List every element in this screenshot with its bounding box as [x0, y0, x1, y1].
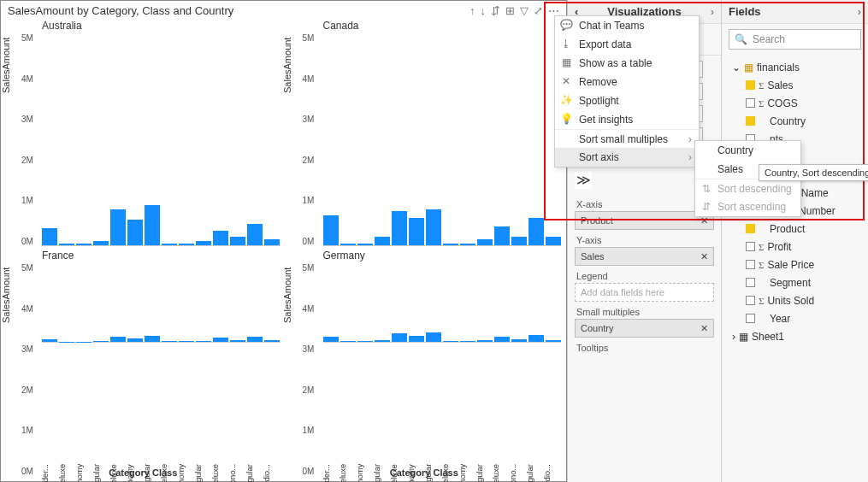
checkbox[interactable]: [746, 314, 755, 323]
bar[interactable]: [196, 241, 211, 245]
bar[interactable]: [528, 218, 544, 245]
bar[interactable]: [76, 244, 92, 245]
checkbox[interactable]: [746, 80, 755, 90]
field-item[interactable]: Σ Sales: [725, 76, 865, 94]
report-canvas[interactable]: SalesAmount by Category, Class and Count…: [0, 0, 567, 482]
checkbox[interactable]: [746, 98, 755, 108]
bar[interactable]: [340, 341, 356, 342]
bar[interactable]: [264, 340, 280, 342]
bar[interactable]: [110, 209, 126, 245]
expand-pane-icon[interactable]: [858, 5, 861, 18]
bar[interactable]: [494, 226, 510, 245]
bar[interactable]: [93, 341, 109, 342]
checkbox[interactable]: [746, 224, 755, 233]
bar[interactable]: [494, 337, 510, 342]
submenu-sort-descending[interactable]: ⇅Sort descending: [695, 179, 800, 197]
field-item[interactable]: Product: [725, 220, 865, 238]
bar[interactable]: [511, 339, 527, 342]
remove-field-icon[interactable]: ✕: [700, 323, 708, 334]
remove-field-icon[interactable]: ✕: [700, 251, 708, 262]
drill-down-icon[interactable]: ↓: [481, 4, 487, 17]
bar[interactable]: [460, 244, 475, 245]
ctx-item[interactable]: ✨Spotlight: [555, 91, 699, 110]
expand-icon[interactable]: ⊞: [505, 4, 515, 17]
bar[interactable]: [213, 231, 228, 245]
bar[interactable]: [323, 215, 339, 245]
bar[interactable]: [179, 341, 194, 342]
yaxis-well[interactable]: Sales✕: [575, 247, 714, 266]
small-multiples-well[interactable]: Country✕: [575, 319, 714, 338]
bar[interactable]: [477, 239, 493, 245]
focus-icon[interactable]: ⤢: [534, 4, 543, 17]
table-node[interactable]: ⌄▦financials: [725, 58, 865, 76]
drill-up-icon[interactable]: ↑: [469, 4, 475, 17]
bar[interactable]: [546, 237, 561, 245]
bar[interactable]: [127, 220, 143, 245]
ctx-item[interactable]: 💡Get insights: [555, 110, 699, 129]
bar[interactable]: [477, 340, 493, 342]
filter-icon[interactable]: ▽: [520, 4, 528, 17]
checkbox[interactable]: [746, 242, 755, 251]
field-item[interactable]: Σ Sale Price: [725, 256, 865, 273]
checkbox[interactable]: [746, 116, 755, 126]
bar[interactable]: [357, 341, 373, 342]
expand-icon[interactable]: ›: [732, 331, 735, 343]
expand-pane-icon[interactable]: [711, 5, 714, 18]
bar[interactable]: [426, 209, 441, 245]
bar[interactable]: [375, 237, 390, 245]
bar[interactable]: [375, 340, 390, 342]
bar[interactable]: [528, 335, 544, 342]
bar[interactable]: [392, 333, 407, 342]
bar[interactable]: [213, 338, 228, 342]
bar[interactable]: [460, 341, 475, 342]
table-node[interactable]: ›▦Sheet1: [725, 327, 865, 345]
submenu-sort-ascending[interactable]: ⇵Sort ascending: [695, 197, 800, 216]
bar[interactable]: [59, 244, 74, 245]
checkbox[interactable]: [746, 296, 755, 305]
legend-well[interactable]: Add data fields here: [575, 283, 714, 302]
bar[interactable]: [511, 237, 527, 245]
bar[interactable]: [409, 218, 424, 245]
bar[interactable]: [409, 336, 424, 342]
ctx-item[interactable]: ⭳Export data: [555, 35, 699, 54]
ctx-sort-axis[interactable]: Sort axis: [555, 148, 699, 167]
fields-search[interactable]: 🔍 Search: [729, 29, 861, 50]
ctx-item[interactable]: ▦Show as a table: [555, 54, 699, 73]
field-item[interactable]: Year: [725, 309, 865, 327]
field-item[interactable]: Σ Profit: [725, 238, 865, 256]
field-item[interactable]: Σ COGS: [725, 94, 865, 112]
bar[interactable]: [110, 337, 126, 342]
bar[interactable]: [443, 341, 458, 342]
ctx-item[interactable]: ✕Remove: [555, 73, 699, 91]
bar[interactable]: [127, 338, 143, 342]
bar[interactable]: [264, 239, 280, 245]
field-item[interactable]: Segment: [725, 273, 865, 291]
bar[interactable]: [179, 244, 194, 245]
bar[interactable]: [247, 337, 263, 342]
hierarchy-icon[interactable]: ⇵: [491, 4, 500, 17]
expand-icon[interactable]: ⌄: [732, 62, 741, 73]
bar[interactable]: [247, 224, 263, 245]
field-item[interactable]: Σ Units Sold: [725, 291, 865, 309]
xaxis-well[interactable]: Product✕: [575, 211, 714, 230]
bar[interactable]: [93, 241, 109, 245]
bar[interactable]: [145, 336, 160, 342]
bar[interactable]: [426, 332, 441, 342]
checkbox[interactable]: [746, 260, 755, 269]
ctx-sort-small-multiples[interactable]: Sort small multiples: [555, 129, 699, 148]
vis-type-more-icon[interactable]: ≫: [575, 172, 592, 189]
bar[interactable]: [42, 228, 57, 245]
bar[interactable]: [546, 340, 561, 342]
bar[interactable]: [392, 211, 407, 245]
bar[interactable]: [443, 244, 458, 245]
visual-header-tools[interactable]: ↑ ↓ ⇵ ⊞ ▽ ⤢ ⋯: [469, 4, 559, 17]
visual-context-menu[interactable]: 💬Chat in Teams⭳Export data▦Show as a tab…: [554, 15, 700, 168]
bar[interactable]: [357, 244, 373, 245]
submenu-item-country[interactable]: Country: [695, 141, 800, 160]
bar[interactable]: [230, 237, 245, 245]
bar[interactable]: [162, 244, 177, 245]
bar[interactable]: [42, 339, 57, 342]
checkbox[interactable]: [746, 278, 755, 287]
bar[interactable]: [340, 244, 356, 245]
field-item[interactable]: Country: [725, 112, 865, 130]
